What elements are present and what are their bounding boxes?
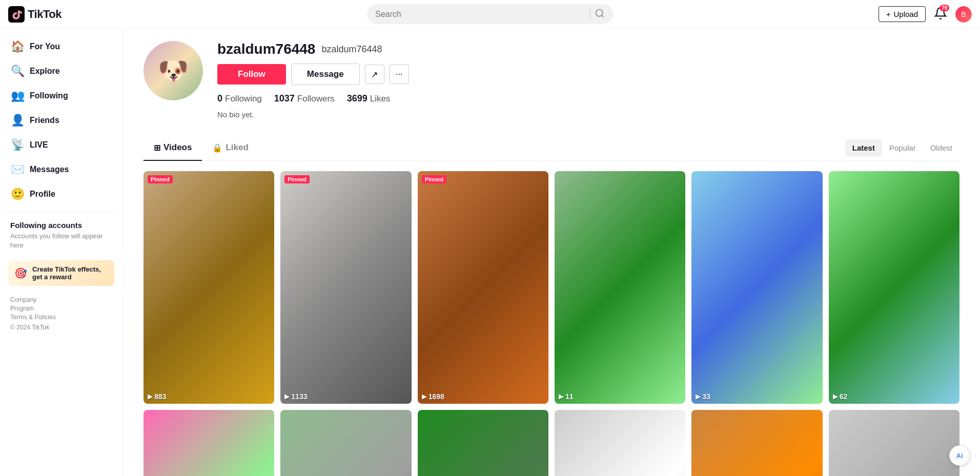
follow-button[interactable]: Follow	[217, 64, 286, 85]
video-thumbnail	[418, 171, 548, 404]
footer-company-link[interactable]: Company	[10, 296, 112, 303]
sidebar-item-profile[interactable]: 🙂 Profile	[4, 182, 118, 206]
sidebar-divider	[4, 211, 118, 212]
header-right: + Upload 79 B	[869, 6, 972, 23]
video-thumbnail	[829, 171, 959, 404]
following-label: Following	[225, 94, 262, 104]
upload-button[interactable]: + Upload	[879, 6, 926, 22]
sort-latest-button[interactable]: Latest	[845, 139, 882, 156]
content-tabs: ⊞ Videos 🔒 Liked Latest Popular Oldest	[144, 135, 959, 161]
nav-label-messages: Messages	[30, 165, 69, 174]
profile-header: 🐶 bzaldum76448 bzaldum76448 Follow Messa…	[144, 41, 959, 119]
following-icon: 👥	[10, 89, 25, 102]
app-layout: 🏠 For You 🔍 Explore 👥 Following 👤 Friend…	[0, 29, 980, 476]
video-thumbnail	[280, 410, 411, 476]
search-input[interactable]	[375, 10, 586, 19]
video-card[interactable]: ▶ 11	[555, 171, 685, 404]
sidebar-item-explore[interactable]: 🔍 Explore	[4, 59, 118, 83]
video-card[interactable]: ▶ 33	[691, 171, 822, 404]
home-icon: 🏠	[10, 40, 25, 53]
svg-point-1	[596, 10, 603, 16]
sort-popular-button[interactable]: Popular	[882, 139, 923, 156]
nav-label-live: LIVE	[30, 140, 48, 150]
footer-terms-link[interactable]: Terms & Policies	[10, 314, 112, 321]
explore-icon: 🔍	[10, 65, 25, 78]
following-accounts-subtitle: Accounts you follow will appear here	[10, 232, 112, 250]
following-section: Following accounts Accounts you follow w…	[4, 217, 118, 254]
profile-username: bzaldum76448	[217, 41, 315, 57]
video-card[interactable]: ▶ 62	[829, 171, 959, 404]
message-button[interactable]: Message	[291, 64, 360, 85]
sort-oldest-button[interactable]: Oldest	[923, 139, 959, 156]
play-icon: ▶	[833, 393, 838, 400]
tab-liked[interactable]: 🔒 Liked	[202, 135, 258, 161]
video-card[interactable]: Pinned▶ 1698	[418, 171, 548, 404]
tiktok-icon	[8, 6, 25, 23]
sidebar-item-messages[interactable]: ✉️ Messages	[4, 158, 118, 181]
header: TikTok + Upload 79 B	[0, 0, 980, 29]
profile-icon: 🙂	[10, 188, 25, 201]
liked-tab-icon: 🔒	[212, 143, 222, 153]
sidebar-item-friends[interactable]: 👤 Friends	[4, 109, 118, 132]
avatar-circle: B	[955, 6, 972, 23]
video-thumbnail	[691, 410, 822, 476]
play-count: ▶ 33	[696, 392, 710, 401]
search-bar	[367, 4, 613, 24]
stat-likes: 3699 Likes	[347, 93, 391, 104]
video-thumbnail	[144, 410, 274, 476]
search-icon	[595, 8, 605, 18]
following-count: 0	[217, 93, 222, 104]
video-card[interactable]: Pinned▶ 1133	[280, 171, 411, 404]
following-accounts-title: Following accounts	[10, 221, 112, 230]
video-card[interactable]	[555, 410, 685, 476]
video-card[interactable]	[280, 410, 411, 476]
video-card[interactable]	[691, 410, 822, 476]
sidebar-item-following[interactable]: 👥 Following	[4, 84, 118, 108]
more-options-button[interactable]: ···	[390, 65, 409, 84]
pinned-badge: Pinned	[284, 175, 310, 183]
sidebar-footer: Company Program Terms & Policies © 2024 …	[4, 292, 118, 335]
tiktok-logo[interactable]: TikTok	[8, 6, 62, 23]
sidebar-item-live[interactable]: 📡 LIVE	[4, 133, 118, 157]
videos-tab-icon: ⊞	[154, 143, 160, 153]
profile-actions: Follow Message ↗ ···	[217, 64, 959, 85]
profile-avatar: 🐶	[144, 41, 203, 100]
ai-badge[interactable]: Ai	[949, 445, 970, 466]
share-button[interactable]: ↗	[365, 65, 384, 84]
stat-followers: 1037 Followers	[274, 93, 335, 104]
sort-options: Latest Popular Oldest	[845, 139, 959, 156]
video-card[interactable]: Pinned▶ 883	[144, 171, 274, 404]
footer-copyright: © 2024 TikTok	[10, 324, 112, 331]
play-icon: ▶	[559, 393, 563, 400]
nav-label-friends: Friends	[30, 116, 59, 125]
tab-videos[interactable]: ⊞ Videos	[144, 135, 202, 161]
profile-info: bzaldum76448 bzaldum76448 Follow Message…	[217, 41, 959, 119]
sidebar: 🏠 For You 🔍 Explore 👥 Following 👤 Friend…	[0, 29, 123, 476]
main-content: 🐶 bzaldum76448 bzaldum76448 Follow Messa…	[123, 29, 980, 476]
video-thumbnail	[555, 410, 685, 476]
play-count: ▶ 62	[833, 392, 848, 401]
header-left: TikTok	[8, 6, 111, 23]
profile-stats: 0 Following 1037 Followers 3699 Likes	[217, 93, 959, 104]
search-button[interactable]	[595, 8, 605, 20]
play-count: ▶ 883	[148, 392, 166, 401]
followers-count: 1037	[274, 93, 295, 104]
video-card[interactable]	[144, 410, 274, 476]
video-thumbnail	[280, 171, 411, 404]
sidebar-item-for-you[interactable]: 🏠 For You	[4, 35, 118, 58]
avatar-image: 🐶	[144, 41, 203, 100]
videos-tab-label: Videos	[164, 142, 192, 153]
video-card[interactable]	[418, 410, 548, 476]
video-thumbnail	[418, 410, 548, 476]
user-avatar[interactable]: B	[955, 6, 972, 23]
play-icon: ▶	[284, 393, 289, 400]
likes-count: 3699	[347, 93, 368, 104]
footer-program-link[interactable]: Program	[10, 305, 112, 312]
create-effect-button[interactable]: 🎯 Create TikTok effects, get a reward	[8, 260, 114, 286]
notifications-button[interactable]: 79	[934, 7, 947, 22]
play-count: ▶ 11	[559, 392, 574, 401]
username-row: bzaldum76448 bzaldum76448	[217, 41, 959, 57]
video-card[interactable]	[829, 410, 959, 476]
video-thumbnail	[691, 171, 822, 404]
create-effect-label: Create TikTok effects, get a reward	[32, 265, 108, 281]
